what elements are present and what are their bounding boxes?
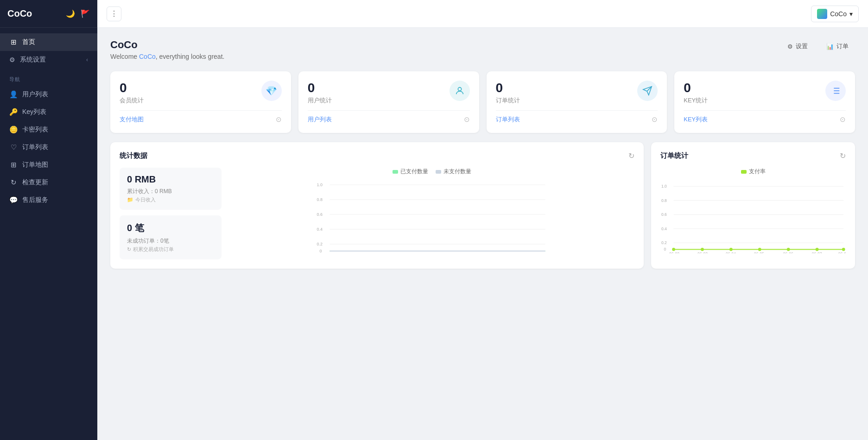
svg-text:06-07: 06-07 <box>812 251 822 253</box>
svg-text:0.8: 0.8 <box>317 197 323 202</box>
svg-text:1.0: 1.0 <box>317 182 323 187</box>
member-link[interactable]: 支付地图 <box>120 115 144 124</box>
orders-value: 0 笔 <box>127 222 214 234</box>
svg-point-0 <box>458 88 461 91</box>
sidebar-item-user-list[interactable]: 👤 用户列表 <box>0 86 97 103</box>
chat-icon: 💬 <box>9 196 18 204</box>
key-link[interactable]: KEY列表 <box>684 115 708 124</box>
svg-text:0.2: 0.2 <box>661 240 667 245</box>
svg-point-39 <box>701 248 704 251</box>
dark-mode-icon[interactable]: 🌙 <box>66 9 75 18</box>
stat-card-key: 0 KEY统计 KEY列表 ⊙ <box>674 71 855 133</box>
topbar-left: ⋮ <box>107 6 121 21</box>
member-icon: 💎 <box>261 81 282 101</box>
order-label: 订单统计 <box>496 96 520 105</box>
svg-text:06-08: 06-08 <box>838 251 846 253</box>
settings-btn-icon: ⚙ <box>787 43 793 50</box>
revenue-label: 累计收入：0 RMB <box>127 188 214 195</box>
user-link[interactable]: 用户列表 <box>308 115 332 124</box>
page-title: CoCo <box>110 39 224 51</box>
user-icon: 👤 <box>9 90 18 99</box>
svg-point-42 <box>787 248 790 251</box>
sidebar: CoCo 🌙 🚩 ⊞ 首页 ⚙ 系统设置 ‹ 导航 👤 用户列表 🔑 Key列表 <box>0 0 97 440</box>
member-more-icon[interactable]: ⊙ <box>276 115 282 124</box>
stats-data-card: 统计数据 ↻ 0 RMB 累计收入：0 RMB 📁 今日收入 <box>110 142 644 269</box>
stat-card-order: 0 订单统计 订单列表 ⊙ <box>487 71 667 133</box>
svg-text:06-03: 06-03 <box>697 251 708 253</box>
order-button[interactable]: 📊 订单 <box>820 39 855 54</box>
home-icon: ⊞ <box>9 38 18 46</box>
sidebar-header: CoCo 🌙 🚩 <box>0 0 97 28</box>
svg-text:06-04: 06-04 <box>726 251 736 253</box>
stat-cards: 0 会员统计 💎 支付地图 ⊙ 0 用户统计 <box>110 71 855 133</box>
order-map-icon: ⊞ <box>9 161 18 169</box>
svg-text:1.0: 1.0 <box>661 184 667 189</box>
topbar-menu-button[interactable]: ⋮ <box>107 6 121 21</box>
sidebar-item-order-list[interactable]: ♡ 订单列表 <box>0 138 97 156</box>
stats-mini-cards: 0 RMB 累计收入：0 RMB 📁 今日收入 0 笔 未成功订单：0笔 ↻ <box>120 168 222 259</box>
topbar: ⋮ CoCo ▾ <box>97 0 868 28</box>
subtitle-prefix: Welcome <box>110 53 139 60</box>
key-more-icon[interactable]: ⊙ <box>840 115 846 124</box>
order-refresh-icon[interactable]: ↻ <box>840 151 846 160</box>
sidebar-item-order-map[interactable]: ⊞ 订单地图 <box>0 156 97 174</box>
sidebar-item-check-update[interactable]: ↻ 检查更新 <box>0 174 97 191</box>
order-btn-icon: 📊 <box>826 43 834 50</box>
order-line-chart: 支付率 1.0 0.8 0.6 0.4 0.2 0 <box>660 168 846 255</box>
sidebar-item-home[interactable]: ⊞ 首页 <box>0 33 97 51</box>
key-icon: 🔑 <box>9 108 18 116</box>
flag-icon[interactable]: 🚩 <box>81 9 90 18</box>
key-stat-icon <box>825 81 846 101</box>
svg-text:06-05: 06-05 <box>754 251 764 253</box>
sidebar-item-key-list[interactable]: 🔑 Key列表 <box>0 103 97 121</box>
svg-text:0.4: 0.4 <box>661 226 667 231</box>
svg-text:06-02: 06-02 <box>669 251 679 253</box>
svg-text:0: 0 <box>664 247 666 251</box>
subtitle-name: CoCo <box>139 53 156 60</box>
legend-paid-label: 已支付数量 <box>400 168 428 176</box>
sidebar-nav: ⊞ 首页 ⚙ 系统设置 ‹ 导航 👤 用户列表 🔑 Key列表 🪙 卡密列表 ♡… <box>0 28 97 440</box>
sidebar-item-system-settings[interactable]: ⚙ 系统设置 ‹ <box>0 51 97 69</box>
three-dots-icon: ⋮ <box>110 9 118 18</box>
settings-button[interactable]: ⚙ 设置 <box>781 39 814 54</box>
sidebar-logo: CoCo <box>7 8 66 19</box>
svg-text:0.6: 0.6 <box>317 212 323 217</box>
stat-card-member: 0 会员统计 💎 支付地图 ⊙ <box>110 71 291 133</box>
sidebar-item-card-list-label: 卡密列表 <box>22 126 48 134</box>
user-more-icon[interactable]: ⊙ <box>464 115 470 124</box>
order-chart-svg: 1.0 0.8 0.6 0.4 0.2 0 <box>660 179 846 253</box>
topbar-user-name: CoCo <box>830 10 847 18</box>
stats-data-title: 统计数据 <box>120 151 147 160</box>
stats-chart-svg: 1.0 0.8 0.6 0.4 0.2 0 <box>229 179 634 253</box>
legend-paid-dot <box>393 170 398 174</box>
sidebar-item-after-sales[interactable]: 💬 售后服务 <box>0 191 97 209</box>
revenue-value: 0 RMB <box>127 174 214 185</box>
topbar-right: CoCo ▾ <box>811 6 859 22</box>
order-stats-title: 订单统计 <box>660 151 688 160</box>
order-value: 0 <box>496 81 520 95</box>
sidebar-item-card-list[interactable]: 🪙 卡密列表 <box>0 121 97 138</box>
refresh-icon: ↻ <box>9 178 18 187</box>
legend-paid: 已支付数量 <box>393 168 428 176</box>
order-link[interactable]: 订单列表 <box>496 115 520 124</box>
sidebar-item-key-list-label: Key列表 <box>22 108 46 116</box>
order-list-icon: ♡ <box>9 143 18 151</box>
user-avatar <box>817 9 827 19</box>
svg-text:0: 0 <box>320 249 322 253</box>
order-stats-card: 订单统计 ↻ 支付率 1.0 0.8 0.6 <box>651 142 855 269</box>
charts-row: 统计数据 ↻ 0 RMB 累计收入：0 RMB 📁 今日收入 <box>110 142 855 269</box>
order-more-icon[interactable]: ⊙ <box>652 115 658 124</box>
sidebar-item-order-list-label: 订单列表 <box>22 143 48 151</box>
revenue-sub: 📁 今日收入 <box>127 196 214 203</box>
orders-label: 未成功订单：0笔 <box>127 237 214 245</box>
order-btn-label: 订单 <box>836 42 849 50</box>
sidebar-item-system-settings-label: 系统设置 <box>20 56 46 64</box>
sidebar-item-user-list-label: 用户列表 <box>22 90 48 99</box>
sidebar-item-home-label: 首页 <box>22 38 35 46</box>
user-label: 用户统计 <box>308 96 332 105</box>
stats-refresh-icon[interactable]: ↻ <box>628 151 634 160</box>
topbar-user-button[interactable]: CoCo ▾ <box>811 6 859 22</box>
legend-unpaid: 未支付数量 <box>436 168 471 176</box>
orders-sub-icon: ↻ <box>127 246 131 252</box>
svg-text:0.8: 0.8 <box>661 198 667 203</box>
